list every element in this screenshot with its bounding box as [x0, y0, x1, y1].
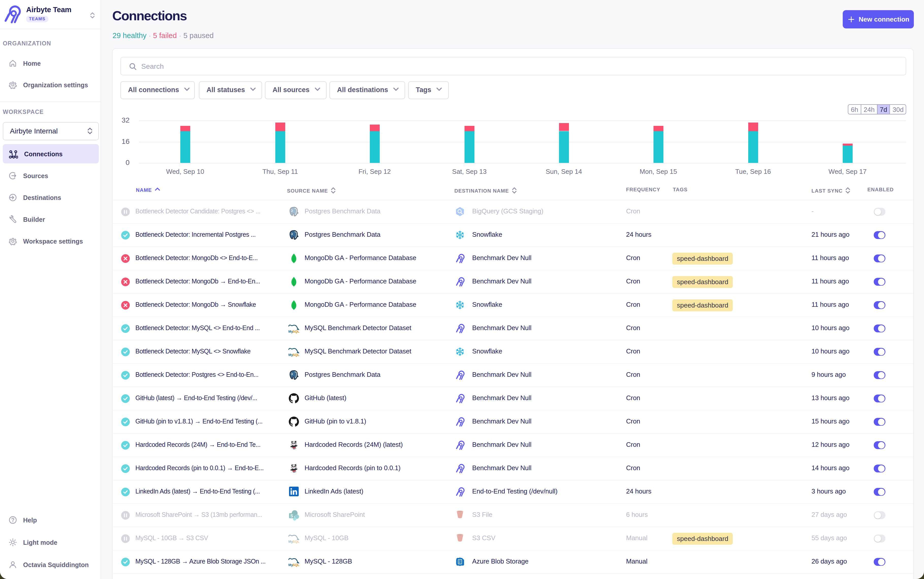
svg-text:SQL: SQL	[292, 330, 299, 334]
svg-text:SQL: SQL	[292, 563, 299, 567]
svg-text:SQL: SQL	[292, 540, 299, 543]
svg-text:SQL: SQL	[292, 353, 299, 357]
svg-text:10: 10	[459, 560, 461, 562]
svg-text:01: 01	[459, 562, 461, 564]
svg-text:S: S	[290, 514, 293, 518]
